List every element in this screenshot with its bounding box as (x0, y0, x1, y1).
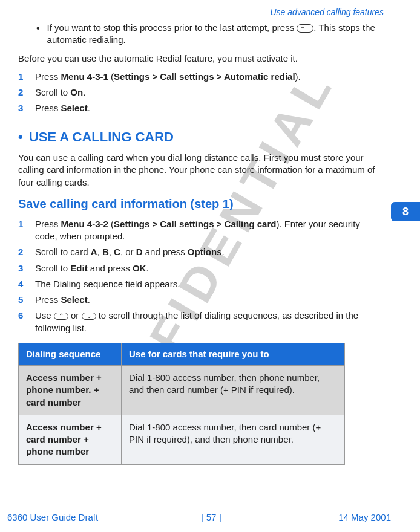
section-title-text: USE A CALLING CARD (29, 129, 174, 144)
cc-step-1: 1 Press Menu 4-3-2 (Settings > Call sett… (18, 218, 384, 243)
text-bold: B (102, 247, 109, 257)
cc-step-2: 2 Scroll to card A, B, C, or D and press… (18, 246, 384, 258)
redial-step-2: 2 Scroll to On. (18, 86, 384, 99)
footer-date: 14 May 2001 (294, 512, 391, 522)
table-row: Access number + card number + phone numb… (19, 415, 345, 464)
scroll-up-key-icon: ⌃ (54, 313, 68, 320)
intro-bullet-text: If you want to stop this process prior t… (47, 22, 384, 47)
text-fragment: Press (35, 103, 61, 113)
text-fragment: , or (120, 247, 136, 257)
step-number: 1 (18, 218, 35, 243)
cc-step-3: 3 Scroll to Edit and press OK. (18, 262, 384, 274)
bullet-icon: • (36, 22, 40, 47)
step-number: 2 (18, 246, 35, 258)
table-header-row: Dialing sequence Use for cards that requ… (19, 343, 345, 365)
step-number: 1 (18, 71, 35, 83)
text-bold: Settings > Call settings > Calling card (114, 219, 276, 229)
dialing-sequence-table: Dialing sequence Use for cards that requ… (18, 343, 345, 465)
step-number: 3 (18, 262, 35, 274)
step-text: Scroll to card A, B, C, or D and press O… (35, 246, 384, 258)
text-fragment: Use (35, 310, 54, 320)
step-text: Press Select. (35, 294, 384, 306)
redial-step-1: 1 Press Menu 4-3-1 (Settings > Call sett… (18, 71, 384, 83)
text-bold: Settings > Call settings > Automatic red… (114, 71, 295, 82)
before-text: Before you can use the automatic Redial … (18, 53, 384, 65)
text-bold: A (91, 247, 97, 257)
step-number: 4 (18, 278, 35, 290)
text-fragment: ( (108, 219, 114, 229)
text-bold: Options (188, 247, 222, 257)
page-footer: 6360 User Guide Draft [ 57 ] 14 May 2001 (0, 512, 420, 522)
redial-step-3: 3 Press Select. (18, 102, 384, 114)
calling-card-intro: You can use a calling card when you dial… (18, 152, 384, 189)
text-fragment: . (146, 263, 148, 273)
text-bold: Menu 4-3-2 (61, 219, 108, 229)
text-fragment: and press (88, 263, 133, 273)
table-cell: Dial 1-800 access number, then card numb… (122, 415, 345, 464)
cc-step-6: 6 Use ⌃ or ⌄ to scroll through the list … (18, 310, 384, 334)
text-fragment: , (97, 247, 102, 257)
text-bold: Select (61, 103, 88, 113)
text-fragment: or (68, 310, 82, 320)
text-fragment: Press (35, 71, 61, 82)
footer-page-number: [ 57 ] (128, 512, 294, 522)
step-text: Press Menu 4-3-1 (Settings > Call settin… (35, 71, 384, 83)
step-number: 5 (18, 294, 35, 306)
text-fragment: and press (143, 247, 188, 257)
text-bold: Menu 4-3-1 (61, 71, 108, 82)
table-header-col1: Dialing sequence (19, 343, 122, 365)
text-fragment: Press (35, 219, 61, 229)
step-text: Scroll to On. (35, 86, 384, 99)
cc-step-4: 4 The Dialing sequence field appears. (18, 278, 384, 290)
table-cell: Access number + phone number. + card num… (19, 366, 122, 415)
step-text: Use ⌃ or ⌄ to scroll through the list of… (35, 310, 384, 334)
section-heading-calling-card: • USE A CALLING CARD (18, 128, 384, 146)
text-bold: Edit (70, 263, 87, 273)
text-bold: D (136, 247, 143, 257)
step-number: 3 (18, 102, 35, 114)
text-fragment: Scroll to card (35, 247, 91, 257)
text-fragment: Press (35, 294, 61, 305)
text-fragment: Scroll to (35, 263, 70, 273)
scroll-down-key-icon: ⌄ (82, 313, 96, 320)
text-fragment: . (88, 103, 90, 113)
text-fragment: . (222, 247, 225, 257)
text-bold: OK (133, 263, 146, 273)
subsection-heading: Save calling card information (step 1) (18, 196, 384, 212)
step-text: Press Menu 4-3-2 (Settings > Call settin… (35, 218, 384, 243)
table-row: Access number + phone number. + card num… (19, 366, 345, 415)
intro-bullet-item: • If you want to stop this process prior… (18, 22, 384, 47)
text-fragment: . (88, 294, 90, 305)
text-fragment: ). (295, 71, 301, 82)
step-number: 6 (18, 310, 35, 334)
text-fragment: . (83, 87, 85, 97)
text-bold: On (70, 87, 83, 97)
table-cell: Dial 1-800 access number, then phone num… (122, 366, 345, 415)
step-text: The Dialing sequence field appears. (35, 278, 384, 290)
text-fragment: , (109, 247, 114, 257)
cc-step-5: 5 Press Select. (18, 294, 384, 306)
section-bullet-icon: • (18, 129, 23, 144)
end-key-icon (297, 24, 313, 33)
text-fragment: Scroll to (35, 87, 70, 97)
footer-left: 6360 User Guide Draft (7, 512, 128, 522)
step-text: Press Select. (35, 102, 384, 114)
page-content: • If you want to stop this process prior… (0, 0, 420, 465)
text-fragment: If you want to stop this process prior t… (47, 22, 297, 33)
table-header-col2: Use for cards that require you to (122, 343, 345, 365)
text-fragment: ( (108, 71, 114, 82)
step-number: 2 (18, 86, 35, 99)
table-cell: Access number + card number + phone numb… (19, 415, 122, 464)
step-text: Scroll to Edit and press OK. (35, 262, 384, 274)
text-bold: C (114, 247, 120, 257)
text-bold: Select (61, 294, 88, 305)
